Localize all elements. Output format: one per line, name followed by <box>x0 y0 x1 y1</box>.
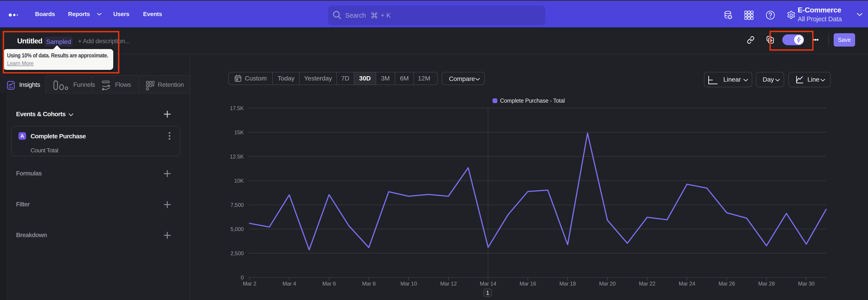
svg-text:Mar 12: Mar 12 <box>440 280 457 287</box>
svg-text:Mar 28: Mar 28 <box>758 280 775 287</box>
svg-text:Mar 24: Mar 24 <box>679 280 695 287</box>
svg-text:Mar 10: Mar 10 <box>401 280 417 287</box>
svg-text:Mar 30: Mar 30 <box>798 280 815 287</box>
svg-text:Mar 8: Mar 8 <box>362 280 376 287</box>
svg-text:7,500: 7,500 <box>230 202 244 208</box>
svg-text:10K: 10K <box>234 178 244 184</box>
svg-text:Mar 20: Mar 20 <box>599 280 616 287</box>
svg-text:Mar 4: Mar 4 <box>283 280 296 287</box>
svg-text:5,000: 5,000 <box>230 226 244 232</box>
svg-text:15K: 15K <box>234 129 244 136</box>
svg-text:Mar 14: Mar 14 <box>480 280 496 287</box>
svg-text:Mar 2: Mar 2 <box>243 280 256 287</box>
svg-text:17.5K: 17.5K <box>230 105 244 111</box>
svg-text:Mar 16: Mar 16 <box>520 280 536 287</box>
svg-text:Mar 22: Mar 22 <box>639 280 655 287</box>
svg-text:2,500: 2,500 <box>230 250 244 257</box>
svg-text:Mar 18: Mar 18 <box>559 280 576 287</box>
svg-text:12.5K: 12.5K <box>230 153 244 160</box>
svg-text:0: 0 <box>241 274 244 280</box>
svg-text:Mar 26: Mar 26 <box>719 280 735 287</box>
svg-text:Mar 6: Mar 6 <box>322 280 336 287</box>
